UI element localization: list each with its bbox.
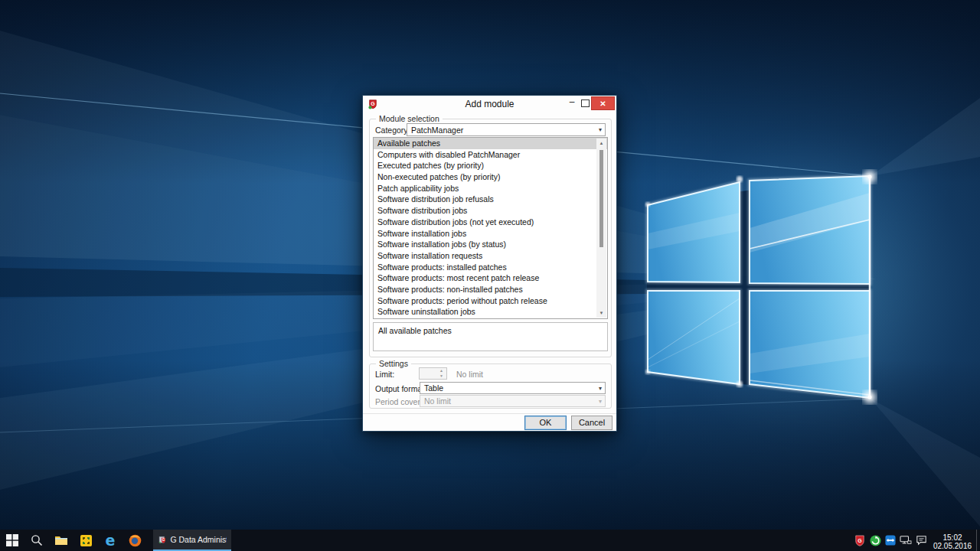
clock-time: 15:02: [929, 533, 976, 542]
tray-update-icon[interactable]: [867, 530, 883, 551]
system-tray: G: [852, 530, 980, 551]
chevron-down-icon: ▾: [599, 124, 602, 135]
list-item[interactable]: Software products: installed patches: [374, 262, 607, 273]
ok-button[interactable]: OK: [524, 416, 567, 430]
list-item[interactable]: Available patches: [374, 138, 607, 149]
spin-up-icon[interactable]: ▲: [437, 368, 446, 373]
close-icon: ✕: [599, 99, 606, 108]
spin-down-icon[interactable]: ▼: [437, 373, 446, 379]
list-item[interactable]: Computers with disabled PatchManager: [374, 149, 607, 161]
desktop: G Add module – ✕ Module selection Catego…: [0, 0, 980, 551]
category-value: PatchManager: [411, 126, 463, 135]
dialog-footer: OK Cancel: [363, 413, 616, 431]
edge-button[interactable]: e: [98, 530, 122, 551]
dialog-title: Add module: [363, 99, 616, 109]
taskbar: e G G Data Administrat... G: [0, 530, 980, 551]
start-button[interactable]: [0, 530, 24, 551]
tray-teamviewer-icon[interactable]: [883, 530, 898, 551]
limit-spinner[interactable]: ▲ ▼: [419, 367, 447, 380]
list-item[interactable]: Software products: non-installed patches: [374, 284, 607, 295]
windows-logo-icon: [6, 534, 18, 546]
chevron-down-icon: ▾: [599, 383, 602, 394]
deploy-arrows-button[interactable]: [74, 530, 98, 551]
list-item[interactable]: Software products: most recent patch rel…: [374, 272, 607, 284]
list-scrollbar[interactable]: ▲ ▼: [596, 139, 606, 318]
output-format-value: Table: [424, 383, 443, 393]
period-covered-value: No limit: [424, 396, 451, 406]
search-icon: [31, 534, 43, 546]
dialog-titlebar[interactable]: G Add module – ✕: [363, 96, 616, 112]
chevron-down-icon: ▾: [599, 396, 602, 407]
list-item[interactable]: Software uninstallation jobs: [374, 306, 607, 318]
period-covered-combobox: No limit ▾: [420, 395, 606, 407]
module-description-box: All available patches: [373, 322, 608, 351]
minimize-button[interactable]: –: [567, 97, 577, 109]
list-item[interactable]: Software products: period without patch …: [374, 295, 607, 307]
list-item[interactable]: Software distribution job refusals: [374, 194, 607, 205]
tray-action-center-icon[interactable]: [913, 530, 929, 551]
tray-network-pc-icon[interactable]: [898, 530, 913, 551]
taskbar-clock[interactable]: 15:02 02.05.2016: [929, 531, 976, 550]
output-format-combobox[interactable]: Table ▾: [420, 382, 606, 394]
svg-text:G: G: [858, 537, 862, 543]
list-item[interactable]: Software installation jobs (by status): [374, 239, 607, 250]
show-desktop-button[interactable]: [976, 530, 980, 551]
list-item[interactable]: Software installation requests: [374, 250, 607, 262]
limit-hint-text: No limit: [456, 370, 483, 379]
firefox-button[interactable]: [122, 530, 147, 551]
category-label: Category:: [375, 126, 410, 135]
add-module-dialog: G Add module – ✕ Module selection Catego…: [362, 95, 617, 432]
list-item[interactable]: Patch applicability jobs: [374, 183, 607, 194]
taskbar-app-gdata-administrator[interactable]: G G Data Administrat...: [153, 530, 231, 551]
firefox-icon: [129, 534, 142, 547]
scroll-up-icon[interactable]: ▲: [596, 139, 606, 148]
limit-label: Limit:: [375, 370, 394, 379]
search-button[interactable]: [24, 530, 49, 551]
list-item[interactable]: Non-executed patches (by priority): [374, 171, 607, 183]
gdata-app-icon: G: [158, 534, 166, 546]
module-selection-legend: Module selection: [376, 114, 443, 123]
settings-legend: Settings: [376, 359, 411, 368]
module-listbox[interactable]: Available patchesComputers with disabled…: [373, 137, 608, 319]
deploy-arrows-icon: [80, 534, 93, 547]
maximize-button[interactable]: [581, 99, 590, 107]
scroll-down-icon[interactable]: ▼: [596, 308, 606, 318]
edge-icon: e: [106, 533, 116, 548]
list-item[interactable]: Software installation jobs: [374, 228, 607, 240]
file-explorer-button[interactable]: [49, 530, 74, 551]
folder-icon: [54, 534, 68, 546]
scrollbar-thumb[interactable]: [599, 150, 603, 247]
cancel-button[interactable]: Cancel: [571, 416, 612, 430]
module-list: Available patchesComputers with disabled…: [374, 138, 607, 318]
tray-gdata-shield-icon[interactable]: G: [852, 530, 867, 551]
list-item[interactable]: Software distribution jobs (not yet exec…: [374, 217, 607, 228]
minimize-icon: –: [570, 96, 575, 107]
spinner-arrows[interactable]: ▲ ▼: [437, 368, 446, 379]
clock-date: 02.05.2016: [929, 542, 976, 550]
svg-text:G: G: [162, 538, 165, 542]
taskbar-app-label: G Data Administrat...: [170, 535, 227, 544]
list-item[interactable]: Software distribution jobs: [374, 205, 607, 217]
close-button[interactable]: ✕: [591, 96, 615, 110]
category-combobox[interactable]: PatchManager ▾: [407, 123, 606, 136]
module-description: All available patches: [378, 326, 452, 335]
list-item[interactable]: Executed patches (by priority): [374, 160, 607, 171]
